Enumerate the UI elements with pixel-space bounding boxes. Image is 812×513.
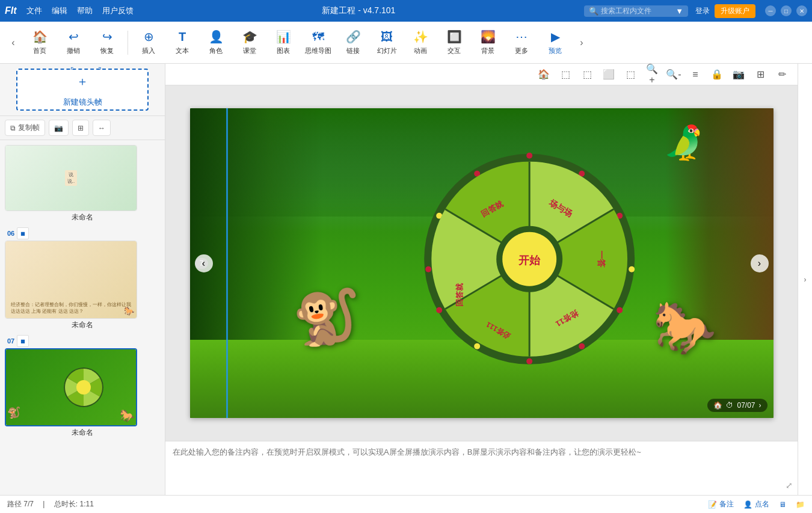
- menu-file[interactable]: 文件: [26, 5, 42, 16]
- svg-point-9: [526, 358, 532, 364]
- new-frame-label: 新建镜头帧: [63, 97, 102, 108]
- frame-item-07: 07 ⏹: [5, 335, 160, 438]
- canvas-lock-button[interactable]: ⬚: [622, 66, 639, 83]
- svg-text:一答: 一答: [597, 250, 606, 268]
- swap-button[interactable]: ↔: [93, 120, 111, 136]
- app-logo: FIt: [5, 5, 17, 16]
- edit-button[interactable]: ✏: [774, 66, 790, 83]
- slide-next-icon[interactable]: ›: [759, 401, 761, 410]
- toolbar: ‹ 🏠 首页 ↩ 撤销 ↪ 恢复 ⊕ 插入 T 文本 👤 角色 🎓 课堂 📊 图…: [0, 22, 812, 64]
- canvas-copy-button[interactable]: ⬚: [557, 66, 574, 83]
- toolbar-undo[interactable]: ↩ 撤销: [58, 25, 89, 61]
- svg-point-8: [579, 343, 585, 349]
- roll-call-button[interactable]: 👤 点名: [743, 499, 769, 509]
- toolbar-slide[interactable]: 🖼 幻灯片: [371, 25, 402, 61]
- toolbar-insert[interactable]: ⊕ 插入: [133, 25, 164, 61]
- slide-icon: 🖼: [381, 30, 393, 44]
- toolbar-classroom[interactable]: 🎓 课堂: [234, 25, 265, 61]
- camera2-button[interactable]: 📷: [730, 66, 747, 83]
- toolbar-redo[interactable]: ↪ 恢复: [91, 25, 123, 61]
- toolbar-chart[interactable]: 📊 图表: [268, 25, 299, 61]
- toolbar-character[interactable]: 👤 角色: [200, 25, 232, 61]
- login-button[interactable]: 登录: [695, 6, 710, 16]
- copy-frame-button[interactable]: ⧉ 复制帧: [5, 120, 45, 136]
- upgrade-button[interactable]: 升级账户: [715, 4, 755, 18]
- canvas-prev-button[interactable]: ‹: [195, 254, 213, 272]
- close-button[interactable]: ✕: [796, 5, 807, 16]
- search-bar[interactable]: 🔍 ▼: [584, 5, 688, 17]
- canvas-area: 🏠 ⬚ ⬚ ⬜ ⬚ 🔍+ 🔍- ≡ 🔒 📷 ⊞ ✏: [165, 64, 798, 495]
- slide-timer-icon: ⏱: [726, 401, 733, 410]
- folder-button[interactable]: 📁: [796, 500, 805, 509]
- search-dropdown-icon[interactable]: ▼: [675, 7, 683, 16]
- horse-element: 🐎: [653, 298, 716, 358]
- blue-indicator: [226, 108, 228, 418]
- status-right: 📝 备注 👤 点名 🖥 📁: [708, 499, 805, 509]
- frame-thumb-unnamed[interactable]: 说说..: [5, 145, 137, 211]
- frame-06-badge[interactable]: ⏹: [17, 227, 29, 239]
- svg-point-11: [436, 307, 442, 313]
- toolbar-animation[interactable]: ✨ 动画: [405, 25, 436, 61]
- right-panel-chevron-icon: ›: [804, 275, 807, 284]
- frame-07-badge[interactable]: ⏹: [17, 335, 29, 347]
- grid-icon: ⊞: [78, 124, 84, 132]
- frame-number-07: 07: [7, 337, 14, 345]
- menu-feedback[interactable]: 用户反馈: [102, 5, 134, 16]
- right-panel[interactable]: ›: [798, 64, 812, 495]
- svg-text:回答就: 回答就: [455, 283, 464, 307]
- svg-point-10: [474, 343, 480, 349]
- toolbar-nav-back[interactable]: ‹: [5, 25, 22, 61]
- zoom-in-button[interactable]: 🔍+: [644, 66, 660, 83]
- lock2-button[interactable]: 🔒: [709, 66, 725, 83]
- spin-wheel[interactable]: 场与场 一答 抢答11 必答111 回答就 回答就: [421, 150, 638, 367]
- toolbar-link[interactable]: 🔗 链接: [337, 25, 369, 61]
- toolbar-nav-forward[interactable]: ›: [573, 25, 590, 61]
- canvas-next-button[interactable]: ›: [751, 254, 769, 272]
- toolbar-mindmap[interactable]: 🗺 思维导图: [301, 25, 335, 61]
- swap-icon: ↔: [98, 124, 105, 132]
- svg-point-6: [629, 266, 635, 272]
- search-input[interactable]: [601, 7, 673, 15]
- redo-icon: ↪: [102, 29, 112, 44]
- toolbar-interactive[interactable]: 🔲 交互: [438, 25, 470, 61]
- camera-button[interactable]: 📷: [49, 120, 69, 136]
- canvas-toolbar: 🏠 ⬚ ⬚ ⬜ ⬚ 🔍+ 🔍- ≡ 🔒 📷 ⊞ ✏: [165, 64, 798, 85]
- toolbar-more[interactable]: ⋯ 更多: [506, 25, 537, 61]
- minimize-button[interactable]: ─: [765, 5, 776, 16]
- new-frame-button[interactable]: ⌜ ⌝ ⌞ ⌟ ＋ 新建镜头帧: [16, 69, 149, 111]
- align-button[interactable]: ≡: [687, 66, 704, 83]
- toolbar-preview[interactable]: ▶ 预览: [540, 25, 571, 61]
- classroom-icon: 🎓: [242, 29, 257, 44]
- toolbar-background[interactable]: 🌄 背景: [472, 25, 503, 61]
- canvas-frame-button[interactable]: ⬜: [600, 66, 617, 83]
- toolbar-text[interactable]: T 文本: [167, 25, 198, 61]
- canvas-home-button[interactable]: 🏠: [535, 66, 552, 83]
- copy-frame-icon: ⧉: [10, 124, 16, 132]
- notes-input[interactable]: [173, 446, 790, 490]
- frame-name-07: 未命名: [5, 428, 160, 438]
- screen-button[interactable]: 🖥: [779, 500, 786, 509]
- slide-home-icon[interactable]: 🏠: [713, 401, 722, 410]
- text-icon: T: [179, 30, 186, 44]
- note-button[interactable]: 📝 备注: [708, 499, 734, 509]
- frame-item-06: 06 ⏹ 经济整合：记者理整合制，你们慢慢，一样，你这样让我达达达达 上海 还能…: [5, 227, 160, 330]
- person-icon: 👤: [743, 500, 752, 509]
- menu-edit[interactable]: 编辑: [52, 5, 67, 16]
- parrot-element: 🦜: [663, 123, 704, 162]
- zoom-out-button[interactable]: 🔍-: [665, 66, 682, 83]
- notes-expand-button[interactable]: ⤢: [786, 481, 793, 490]
- grid-button[interactable]: ⊞: [72, 120, 89, 136]
- frame-thumb-07[interactable]: 🐎 🐒: [5, 348, 137, 426]
- menu-bar: 文件 编辑 帮助 用户反馈: [26, 5, 134, 16]
- canvas-paste-button[interactable]: ⬚: [579, 66, 595, 83]
- insert-icon: ⊕: [144, 29, 154, 44]
- home-icon: 🏠: [32, 29, 48, 44]
- search-icon: 🔍: [589, 7, 598, 16]
- svg-point-12: [425, 266, 431, 272]
- frame-06-badge-icon: ⏹: [20, 230, 26, 237]
- maximize-button[interactable]: □: [781, 5, 792, 16]
- frame-thumb-06[interactable]: 经济整合：记者理整合制，你们慢慢，一样，你这样让我达达达达 上海 还能有 达达 …: [5, 241, 137, 319]
- grid2-button[interactable]: ⊞: [752, 66, 769, 83]
- menu-help[interactable]: 帮助: [77, 5, 93, 16]
- toolbar-home[interactable]: 🏠 首页: [24, 25, 55, 61]
